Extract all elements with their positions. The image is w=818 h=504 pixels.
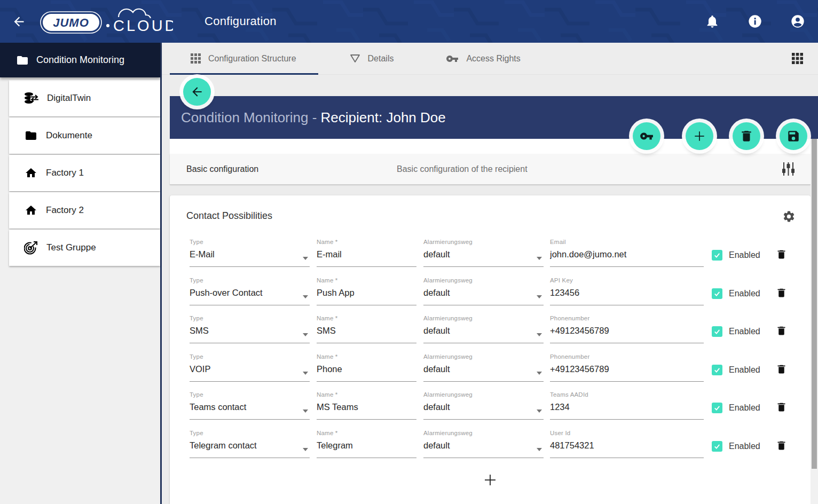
enabled-checkbox[interactable] [712,365,722,375]
dropdown-caret-icon[interactable] [537,257,542,260]
vertical-scrollbar[interactable] [811,138,818,504]
dropdown-caret-icon[interactable] [303,295,308,298]
tab-label: Details [368,54,394,64]
dropdown-caret-icon[interactable] [303,257,308,260]
field-label: Name * [317,391,416,398]
name-field[interactable]: Name * Telegram [317,430,416,458]
add-button[interactable] [686,122,713,150]
field-label: Type [190,239,310,245]
basic-configuration-row[interactable]: Basic configuration Basic configuration … [170,154,811,185]
check-icon [713,443,721,450]
type-field[interactable]: Type E-Mail [190,239,310,267]
dropdown-caret-icon[interactable] [537,372,542,375]
name-field[interactable]: Name * Push App [317,277,416,305]
view-module-icon[interactable] [792,53,803,64]
field-label: Alarmierungsweg [423,315,544,321]
sidebar-item-test-gruppe[interactable]: Test Gruppe [9,230,160,266]
alarm-route-field[interactable]: Alarmierungsweg default [423,353,544,382]
alarm-route-field[interactable]: Alarmierungsweg default [423,239,544,267]
gear-icon[interactable] [782,210,796,223]
field-value: default [423,440,544,451]
svg-text:CLOUD: CLOUD [113,17,173,34]
alarm-route-field[interactable]: Alarmierungsweg default [423,391,544,420]
address-field[interactable]: API Key 123456 [550,277,704,305]
info-icon[interactable] [748,14,762,29]
sidebar-item-factory-2[interactable]: Factory 2 [9,192,160,229]
dropdown-caret-icon[interactable] [303,372,308,375]
type-field[interactable]: Type Teams contact [190,391,310,420]
active-tab-indicator [170,73,318,75]
type-field[interactable]: Type Push-over Contact [190,277,310,305]
address-field[interactable]: Phonenumber +49123456789 [550,315,704,343]
tab-details[interactable]: Details [350,54,394,64]
delete-row-button[interactable] [776,363,787,375]
alarm-route-field[interactable]: Alarmierungsweg default [423,315,544,343]
address-field[interactable]: Phonenumber +49123456789 [550,353,704,382]
folder-icon [16,54,29,67]
back-arrow-icon[interactable] [12,14,26,29]
delete-button[interactable] [733,122,760,150]
name-field[interactable]: Name * MS Teams [317,391,416,420]
delete-row-button[interactable] [776,401,787,413]
sidebar-item-digitaltwin[interactable]: DigitalTwin [9,80,160,116]
grid-icon [191,53,201,64]
dropdown-caret-icon[interactable] [537,333,542,336]
dropdown-caret-icon[interactable] [303,410,308,413]
tab-configuration-structure[interactable]: Configuration Structure [191,53,296,64]
field-label: Name * [317,239,416,245]
page-title: Configuration [204,0,277,43]
type-field[interactable]: Type SMS [190,315,310,343]
sidebar-item-label: Dokumente [46,130,92,141]
sidebar-item-label: DigitalTwin [47,93,91,104]
field-label: Alarmierungsweg [423,430,544,436]
address-field[interactable]: User Id 481754321 [550,430,704,458]
dropdown-caret-icon[interactable] [537,295,542,298]
alarm-route-field[interactable]: Alarmierungsweg default [423,430,544,458]
field-value: Teams contact [190,402,310,412]
delete-row-button[interactable] [776,325,787,337]
tune-sliders-icon[interactable] [781,162,796,176]
address-field[interactable]: Teams AADId 1234 [550,391,704,420]
delete-row-button[interactable] [776,439,787,452]
home-icon [24,167,38,179]
field-label: Type [190,315,310,321]
sidebar-item-label: Factory 2 [46,205,84,216]
main-content: Configuration Structure Details Access R… [162,43,818,504]
notifications-bell-icon[interactable] [705,14,720,29]
dropdown-caret-icon[interactable] [537,410,542,413]
account-icon[interactable] [790,14,805,29]
alarm-route-field[interactable]: Alarmierungsweg default [423,277,544,305]
name-field[interactable]: Name * Phone [317,353,416,382]
check-icon [713,328,721,335]
name-field[interactable]: Name * SMS [317,315,416,343]
sidebar-item-condition-monitoring[interactable]: Condition Monitoring [0,43,160,77]
add-contact-button[interactable] [482,472,498,488]
dropdown-caret-icon[interactable] [537,448,542,451]
save-button[interactable] [780,122,807,150]
delete-row-button[interactable] [776,248,787,261]
sidebar-item-dokumente[interactable]: Dokumente [9,117,160,154]
address-field[interactable]: Email john.doe@jumo.net [550,239,704,267]
access-key-button[interactable] [633,122,660,150]
enabled-label: Enabled [729,442,760,451]
delete-row-button[interactable] [776,287,787,299]
name-field[interactable]: Name * E-mail [317,239,416,267]
enabled-checkbox[interactable] [712,403,722,413]
type-field[interactable]: Type VOIP [190,353,310,382]
dropdown-caret-icon[interactable] [303,333,308,336]
type-field[interactable]: Type Telegram contact [190,430,310,458]
sidebar-item-factory-1[interactable]: Factory 1 [9,155,160,191]
enabled-checkbox[interactable] [712,326,722,337]
basic-configuration-label: Basic configuration [186,164,258,174]
enabled-checkbox[interactable] [712,250,722,261]
folder-icon [24,129,38,142]
tab-bar: Configuration Structure Details Access R… [162,43,818,75]
back-button[interactable] [183,78,211,106]
enabled-checkbox[interactable] [712,441,722,452]
dropdown-caret-icon[interactable] [303,448,308,451]
field-label: Alarmierungsweg [423,239,544,245]
scrollbar-thumb[interactable] [812,139,817,469]
field-value: E-Mail [190,249,310,259]
tab-access-rights[interactable]: Access Rights [446,52,520,65]
enabled-checkbox[interactable] [712,288,722,299]
